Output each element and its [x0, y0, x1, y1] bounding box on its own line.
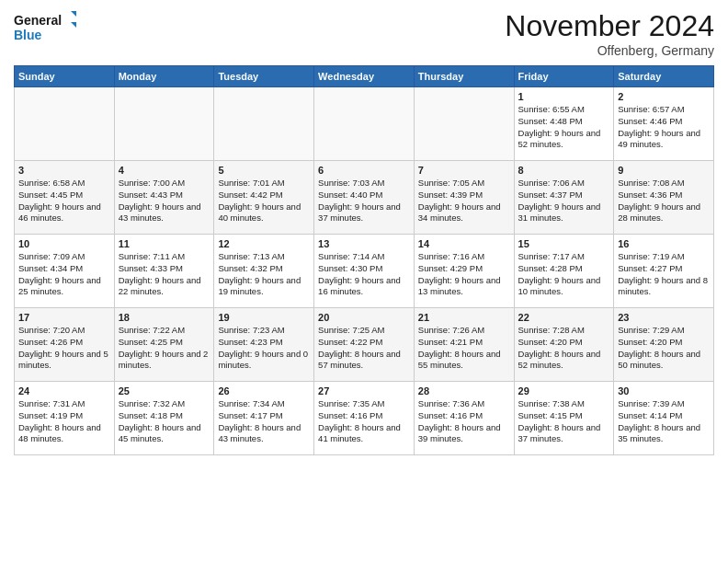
calendar-cell: 12 Sunrise: 7:13 AM Sunset: 4:32 PM Dayl… [214, 235, 314, 308]
cell-content: Sunrise: 7:31 AM Sunset: 4:19 PM Dayligh… [18, 398, 110, 445]
svg-marker-3 [71, 22, 76, 28]
cell-content: Sunrise: 7:01 AM Sunset: 4:42 PM Dayligh… [218, 178, 310, 224]
page-header: General Blue November 2024 Offenberg, Ge… [14, 9, 714, 58]
day-number: 22 [518, 312, 610, 323]
daylight-text: Daylight: 8 hours and 39 minutes. [418, 422, 501, 444]
cell-content: Sunrise: 7:08 AM Sunset: 4:36 PM Dayligh… [618, 178, 710, 224]
sunset-text: Sunset: 4:30 PM [318, 263, 382, 273]
sunrise-text: Sunrise: 7:31 AM [18, 398, 85, 408]
cell-content: Sunrise: 7:25 AM Sunset: 4:22 PM Dayligh… [318, 325, 410, 372]
calendar-cell [414, 87, 514, 161]
calendar-week-1: 1 Sunrise: 6:55 AM Sunset: 4:48 PM Dayli… [15, 87, 714, 161]
day-number: 19 [218, 312, 310, 323]
daylight-text: Daylight: 9 hours and 16 minutes. [318, 275, 401, 297]
cell-content: Sunrise: 7:06 AM Sunset: 4:37 PM Dayligh… [518, 178, 610, 224]
sunset-text: Sunset: 4:19 PM [18, 410, 83, 420]
cell-content: Sunrise: 7:19 AM Sunset: 4:27 PM Dayligh… [618, 251, 710, 298]
day-number: 15 [518, 238, 610, 249]
calendar-cell: 7 Sunrise: 7:05 AM Sunset: 4:39 PM Dayli… [414, 161, 514, 235]
daylight-text: Daylight: 9 hours and 37 minutes. [318, 201, 401, 224]
sunrise-text: Sunrise: 7:01 AM [218, 178, 284, 188]
cell-content: Sunrise: 7:26 AM Sunset: 4:21 PM Dayligh… [418, 325, 510, 372]
daylight-text: Daylight: 9 hours and 8 minutes. [618, 275, 708, 297]
sunset-text: Sunset: 4:29 PM [418, 263, 483, 273]
sunset-text: Sunset: 4:37 PM [518, 190, 583, 200]
calendar-body: 1 Sunrise: 6:55 AM Sunset: 4:48 PM Dayli… [15, 87, 714, 455]
logo: General Blue [14, 9, 78, 46]
daylight-text: Daylight: 9 hours and 28 minutes. [618, 201, 700, 224]
cell-content: Sunrise: 7:34 AM Sunset: 4:17 PM Dayligh… [218, 398, 310, 445]
calendar-cell [15, 87, 115, 161]
sunset-text: Sunset: 4:36 PM [618, 190, 682, 200]
calendar-cell: 9 Sunrise: 7:08 AM Sunset: 4:36 PM Dayli… [614, 161, 714, 235]
day-number: 14 [418, 238, 510, 249]
day-number: 24 [18, 385, 110, 396]
daylight-text: Daylight: 9 hours and 25 minutes. [18, 275, 101, 297]
sunset-text: Sunset: 4:18 PM [119, 410, 183, 420]
day-number: 3 [18, 165, 110, 176]
sunset-text: Sunset: 4:43 PM [119, 190, 183, 200]
daylight-text: Daylight: 9 hours and 49 minutes. [618, 128, 700, 150]
col-saturday: Saturday [614, 66, 714, 87]
location: Offenberg, Germany [505, 43, 714, 58]
calendar-cell: 20 Sunrise: 7:25 AM Sunset: 4:22 PM Dayl… [314, 308, 415, 382]
sunrise-text: Sunrise: 7:19 AM [618, 251, 684, 261]
day-number: 5 [218, 165, 310, 176]
day-number: 2 [618, 91, 710, 102]
sunset-text: Sunset: 4:17 PM [218, 410, 282, 420]
day-number: 30 [618, 385, 710, 396]
sunset-text: Sunset: 4:34 PM [18, 263, 83, 273]
sunrise-text: Sunrise: 7:35 AM [318, 398, 384, 408]
sunset-text: Sunset: 4:23 PM [218, 337, 282, 347]
day-number: 29 [518, 385, 610, 396]
sunrise-text: Sunrise: 7:11 AM [119, 251, 185, 261]
svg-marker-2 [71, 11, 76, 17]
sunset-text: Sunset: 4:28 PM [518, 263, 583, 273]
calendar-week-5: 24 Sunrise: 7:31 AM Sunset: 4:19 PM Dayl… [15, 382, 714, 455]
daylight-text: Daylight: 9 hours and 2 minutes. [119, 349, 209, 371]
cell-content: Sunrise: 7:35 AM Sunset: 4:16 PM Dayligh… [318, 398, 410, 445]
title-block: November 2024 Offenberg, Germany [505, 9, 714, 58]
cell-content: Sunrise: 7:32 AM Sunset: 4:18 PM Dayligh… [119, 398, 210, 445]
calendar-cell: 28 Sunrise: 7:36 AM Sunset: 4:16 PM Dayl… [414, 382, 514, 455]
day-number: 18 [119, 312, 210, 323]
cell-content: Sunrise: 7:13 AM Sunset: 4:32 PM Dayligh… [218, 251, 310, 298]
day-number: 1 [518, 91, 610, 102]
calendar-cell: 16 Sunrise: 7:19 AM Sunset: 4:27 PM Dayl… [614, 235, 714, 308]
cell-content: Sunrise: 7:28 AM Sunset: 4:20 PM Dayligh… [518, 325, 610, 372]
day-number: 23 [618, 312, 710, 323]
logo-svg: General Blue [14, 9, 78, 46]
cell-content: Sunrise: 6:58 AM Sunset: 4:45 PM Dayligh… [18, 178, 110, 224]
cell-content: Sunrise: 7:11 AM Sunset: 4:33 PM Dayligh… [119, 251, 210, 298]
daylight-text: Daylight: 9 hours and 43 minutes. [119, 201, 201, 224]
col-thursday: Thursday [414, 66, 514, 87]
calendar-cell: 10 Sunrise: 7:09 AM Sunset: 4:34 PM Dayl… [15, 235, 115, 308]
cell-content: Sunrise: 7:39 AM Sunset: 4:14 PM Dayligh… [618, 398, 710, 445]
calendar-week-3: 10 Sunrise: 7:09 AM Sunset: 4:34 PM Dayl… [15, 235, 714, 308]
day-number: 20 [318, 312, 410, 323]
sunset-text: Sunset: 4:40 PM [318, 190, 382, 200]
sunset-text: Sunset: 4:32 PM [218, 263, 282, 273]
daylight-text: Daylight: 8 hours and 41 minutes. [318, 422, 401, 444]
cell-content: Sunrise: 7:16 AM Sunset: 4:29 PM Dayligh… [418, 251, 510, 298]
daylight-text: Daylight: 8 hours and 35 minutes. [618, 422, 700, 444]
sunrise-text: Sunrise: 7:26 AM [418, 325, 484, 335]
sunrise-text: Sunrise: 6:55 AM [518, 104, 585, 114]
day-number: 4 [119, 165, 210, 176]
col-friday: Friday [514, 66, 614, 87]
sunset-text: Sunset: 4:20 PM [518, 337, 583, 347]
calendar-week-2: 3 Sunrise: 6:58 AM Sunset: 4:45 PM Dayli… [15, 161, 714, 235]
sunset-text: Sunset: 4:15 PM [518, 410, 583, 420]
daylight-text: Daylight: 9 hours and 31 minutes. [518, 201, 601, 224]
calendar-cell [314, 87, 415, 161]
svg-text:General: General [14, 13, 62, 28]
sunset-text: Sunset: 4:48 PM [518, 116, 583, 126]
calendar-cell: 24 Sunrise: 7:31 AM Sunset: 4:19 PM Dayl… [15, 382, 115, 455]
daylight-text: Daylight: 8 hours and 48 minutes. [18, 422, 101, 444]
cell-content: Sunrise: 7:38 AM Sunset: 4:15 PM Dayligh… [518, 398, 610, 445]
calendar-page: General Blue November 2024 Offenberg, Ge… [0, 0, 728, 563]
sunset-text: Sunset: 4:16 PM [418, 410, 483, 420]
daylight-text: Daylight: 9 hours and 10 minutes. [518, 275, 601, 297]
sunset-text: Sunset: 4:26 PM [18, 337, 83, 347]
col-monday: Monday [114, 66, 214, 87]
